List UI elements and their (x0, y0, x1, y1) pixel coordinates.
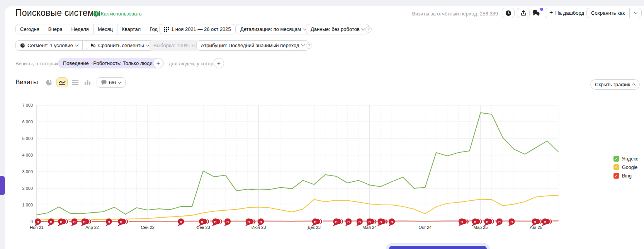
behavior-chip-label: Поведение · Роботность: Только люди (63, 60, 153, 66)
x-axis-tick: Авг 25 (530, 225, 542, 230)
x-axis-tick: Ноя 21 (30, 225, 43, 230)
svg-text:Н: Н (50, 220, 52, 223)
legend-item-yandex[interactable]: ✓ Яндекс (613, 156, 638, 162)
add-to-dashboard-button[interactable]: + На дашборд (545, 8, 589, 18)
annotation-marker[interactable]: Н (333, 218, 344, 226)
svg-text:Н: Н (474, 220, 476, 223)
chart-type-line-button[interactable] (56, 77, 68, 87)
date-range-button[interactable]: 1 ноя 2021 — 26 окт 2025 (159, 24, 236, 34)
preset-yesterday[interactable]: Вчера (44, 24, 67, 34)
data-mode-label: Данные: без роботов (311, 26, 360, 32)
annotation-marker[interactable]: Н (117, 218, 128, 226)
comments-icon (532, 9, 540, 17)
legend-item-google[interactable]: ✓ Google (613, 164, 638, 170)
plus-icon: + (549, 10, 553, 16)
legend-label: Google (622, 165, 637, 170)
add-people-filter-button[interactable]: + (214, 58, 224, 68)
svg-text:Н: Н (347, 220, 350, 223)
segment-dropdown[interactable]: Сегмент: 1 условие (15, 40, 83, 51)
notification-dot (540, 8, 543, 11)
compare-segments-button[interactable]: Сравнить сегменты (86, 40, 154, 51)
annotation-marker[interactable]: Н (58, 218, 68, 226)
history-button[interactable] (502, 8, 515, 18)
detail-dropdown[interactable]: Детализация: по месяцам (236, 24, 311, 34)
annotation-marker[interactable]: Н (508, 218, 515, 226)
y-axis-tick: 2 000 (22, 186, 33, 191)
help-icon[interactable]: ? (365, 26, 372, 32)
preset-week[interactable]: Неделя (67, 24, 93, 34)
y-axis-tick: 0 (31, 219, 33, 224)
export-button[interactable] (517, 8, 530, 18)
annotation-marker[interactable]: Н (212, 218, 223, 226)
checkbox-checked-icon: ✓ (613, 173, 619, 179)
annotation-marker[interactable]: Н (484, 218, 494, 226)
visits-chart[interactable]: 01 0002 0003 0004 0005 0006 0007 000Ноя … (12, 94, 564, 234)
svg-text:Н: Н (201, 220, 203, 223)
usage-link[interactable]: i Как использовать (93, 11, 142, 17)
annotation-marker[interactable]: Н (177, 218, 184, 226)
chart-legend: ✓ Яндекс ✓ Google ✓ Bing (613, 156, 638, 179)
annotation-marker[interactable]: Н (345, 218, 352, 226)
preset-quarter[interactable]: Квартал (117, 24, 145, 34)
chart-type-area-button[interactable] (70, 77, 81, 87)
sampling-dropdown[interactable]: Выборка: 100% (149, 40, 199, 51)
pie-chart-icon (46, 79, 52, 86)
svg-text:Н: Н (534, 220, 536, 223)
segment-pie-icon (20, 43, 25, 48)
people-filter-label: для людей, у которых (169, 61, 219, 67)
x-axis-tick: Май 24 (362, 225, 377, 230)
svg-text:Н: Н (314, 220, 316, 223)
svg-text:Н: Н (335, 220, 338, 223)
help-icon[interactable]: ? (306, 43, 312, 49)
annotation-marker[interactable]: Н (356, 218, 363, 226)
chevron-down-icon (191, 43, 195, 47)
y-axis-tick: 4 000 (22, 153, 33, 157)
chevron-down-icon (75, 43, 79, 47)
side-panel-tab[interactable] (0, 176, 5, 195)
preset-today[interactable]: Сегодня (15, 24, 44, 34)
usage-link-label: Как использовать (101, 11, 142, 17)
annotation-marker[interactable]: Н (458, 218, 469, 226)
comments-filter-dropdown[interactable]: 6/6 (97, 77, 126, 88)
annotation-marker[interactable]: Н (224, 218, 231, 226)
chart-title: Визиты (15, 78, 38, 86)
svg-text:Н: Н (544, 220, 546, 223)
chart-type-pie-button[interactable] (43, 77, 54, 87)
svg-text:Н: Н (369, 220, 371, 223)
svg-text:Н: Н (359, 220, 361, 223)
add-visit-filter-button[interactable]: + (153, 58, 163, 68)
y-axis-tick: 5 000 (22, 136, 33, 141)
period-total: Визиты за отчётный период: 256 389 (412, 11, 498, 17)
comments-button[interactable] (532, 9, 542, 18)
detail-label: Детализация: по месяцам (240, 26, 301, 32)
legend-label: Яндекс (622, 156, 638, 162)
checkbox-checked-icon: ✓ (613, 156, 619, 162)
x-axis-tick: Апр 22 (85, 225, 99, 230)
legend-item-bing[interactable]: ✓ Bing (613, 173, 638, 179)
svg-text:Н: Н (73, 220, 76, 223)
annotation-marker[interactable]: Н (542, 218, 552, 226)
preset-month[interactable]: Месяц (93, 24, 117, 34)
checkbox-checked-icon: ✓ (613, 164, 619, 170)
y-axis-tick: 3 000 (22, 169, 33, 174)
chart-type-columns-button[interactable] (82, 77, 93, 87)
hide-chart-button[interactable]: Скрыть график (590, 79, 640, 90)
svg-text:Н: Н (83, 220, 86, 223)
save-as-button[interactable]: Сохранить как (586, 8, 642, 18)
export-icon (520, 10, 527, 16)
line-chart-icon (59, 80, 66, 85)
save-as-label: Сохранить как (591, 10, 625, 16)
behavior-filter-chip[interactable]: Поведение · Роботность: Только люди ✕ (58, 58, 164, 68)
svg-text:Н: Н (37, 220, 39, 223)
annotation-marker[interactable]: Н (388, 218, 395, 226)
svg-text:Н: Н (460, 220, 463, 223)
data-mode-dropdown[interactable]: Данные: без роботов (306, 24, 369, 34)
annotation-marker[interactable]: Н (496, 218, 503, 226)
floating-panel-button[interactable] (389, 246, 487, 249)
clock-icon (505, 10, 511, 16)
annotation-marker[interactable]: Н (377, 218, 388, 226)
save-as-dropdown[interactable] (629, 8, 641, 18)
svg-text:Н: Н (108, 220, 110, 223)
comment-bubble-icon (101, 80, 107, 85)
attribution-dropdown[interactable]: Атрибуция: Последний значимый переход (196, 40, 309, 51)
